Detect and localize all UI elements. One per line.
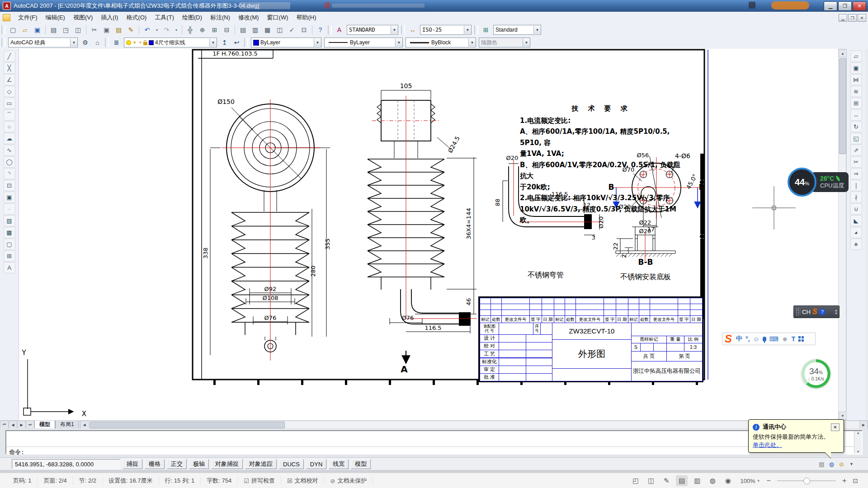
zoom-slider-knob[interactable] [803, 478, 810, 484]
fit-page-icon[interactable]: ⊡ [853, 477, 858, 484]
doc-minimize-button[interactable]: ▁ [839, 14, 847, 22]
sogou-input-toolbar[interactable]: S 中 °, ☺ ⌨ ☻ T [722, 333, 816, 345]
chevron-down-icon[interactable]: ▼ [70, 38, 77, 47]
designcenter-icon[interactable]: ▥ [250, 24, 261, 35]
toggle-对象追踪[interactable]: 对象追踪 [245, 459, 277, 469]
wps-status-item[interactable]: ☑拼写检查 [238, 477, 281, 485]
redo-icon[interactable]: ↷ [161, 24, 172, 35]
layer-combo[interactable]: ☀ ☀ 4尺寸细实线 ▼ [124, 38, 217, 47]
help-icon[interactable]: ? [315, 24, 326, 35]
save-icon[interactable]: ▣ [32, 24, 43, 35]
wps-status-item[interactable]: 设置值: 16.7厘米 [103, 477, 159, 485]
menu-o[interactable]: 格式(O) [123, 12, 151, 23]
arc-icon[interactable]: ⌒ [4, 109, 15, 121]
chamfer-icon[interactable]: ◣ [850, 215, 862, 226]
my-workspace-icon[interactable]: ⌂ [92, 37, 103, 48]
prev-tab-icon[interactable]: ◀ [9, 421, 17, 429]
color-combo[interactable]: ByLayer ▼ [251, 38, 321, 47]
minimize-button[interactable]: ▁ [824, 1, 837, 11]
punctuation-icon[interactable]: °, [745, 335, 750, 343]
layer-thaw-icon[interactable]: ☀ [132, 40, 137, 46]
publish-icon[interactable]: ◫ [72, 24, 84, 35]
langbar-minimize[interactable]: ▲▼ [835, 309, 838, 315]
title-bar[interactable]: A AutoCAD 2007 - [E:\2020年度文件\单相电子式组合\ZW… [0, 0, 868, 12]
redo-dropdown-icon[interactable]: ▾ [173, 24, 179, 35]
hatch-icon[interactable]: ▨ [4, 215, 15, 226]
eye-protect-icon[interactable]: ◉ [722, 475, 734, 486]
chevron-down-icon[interactable]: ▼ [468, 38, 476, 47]
toolbar-grip[interactable] [401, 25, 405, 34]
next-tab-icon[interactable]: ▶ [17, 421, 26, 429]
zoom-in-button[interactable]: + [842, 477, 846, 485]
wps-status-item[interactable]: 页面: 2/4 [38, 477, 73, 485]
wps-status-item[interactable]: ☒文档校对 [281, 477, 325, 485]
coordinates-readout[interactable]: 5416.3951, -683.3288, 0.0000 [12, 459, 120, 469]
command-scrollbar[interactable]: ▲▼ [854, 431, 862, 454]
tool-palettes-icon[interactable]: ▦ [262, 24, 273, 35]
horizontal-scroll-thumb[interactable] [90, 422, 285, 428]
toolbar-grip[interactable] [105, 38, 109, 47]
spline-icon[interactable]: ∿ [4, 145, 15, 156]
chevron-down-icon[interactable]: ▼ [391, 26, 398, 34]
tab-layout1[interactable]: 布局1 [55, 421, 79, 429]
scale-icon[interactable]: ◱ [850, 133, 862, 144]
toolbox-icon[interactable] [798, 336, 804, 342]
emoji-icon[interactable]: ☺ [753, 335, 760, 343]
scroll-up-icon[interactable]: ▲ [839, 49, 847, 57]
linetype-combo[interactable]: ByLayer ▼ [324, 38, 403, 47]
new-file-icon[interactable]: ▢ [7, 24, 19, 35]
chevron-down-icon[interactable]: ▼ [464, 26, 471, 34]
table-style-combo[interactable]: Standard ▼ [493, 25, 541, 35]
balloon-link[interactable]: 单击此处。 [753, 441, 782, 448]
make-object-layer-current-icon[interactable]: ↥ [219, 37, 230, 48]
gradient-icon[interactable]: ▩ [4, 227, 15, 238]
plot-preview-icon[interactable]: ◳ [60, 24, 71, 35]
accelerate-button-ghost[interactable] [771, 1, 809, 9]
rectangle-icon[interactable]: ▭ [4, 98, 15, 109]
fillet-icon[interactable]: ◕ [850, 227, 862, 238]
rotate-icon[interactable]: ↻ [850, 121, 862, 132]
polygon-icon[interactable]: ◇ [4, 86, 15, 97]
maximize-button[interactable]: ❐ [838, 1, 852, 11]
ellipse-icon[interactable]: ◯ [4, 156, 15, 168]
toolbar-grip[interactable] [1, 25, 5, 34]
command-box[interactable]: 命令: ▲▼ [5, 430, 863, 455]
table-icon[interactable]: ⊞ [4, 250, 15, 262]
properties-icon[interactable]: ▤ [237, 24, 249, 35]
markup-icon[interactable]: ✓ [286, 24, 297, 35]
doc-close-button[interactable]: ✕ [858, 14, 866, 22]
menu-e[interactable]: 编辑(E) [42, 12, 69, 23]
toggle-对象捕捉[interactable]: 对象捕捉 [211, 459, 243, 469]
two-page-icon[interactable]: ◫ [645, 475, 657, 486]
chinese-mode-icon[interactable]: 中 [736, 335, 742, 343]
wps-status-item[interactable]: ⊘文档未保护 [325, 477, 373, 485]
chevron-down-icon[interactable]: ▼ [314, 38, 321, 47]
menu-d[interactable]: 绘图(D) [178, 12, 206, 23]
pan-icon[interactable]: ╬ [184, 24, 196, 35]
copy-icon[interactable]: ▣ [850, 62, 862, 74]
undo-dropdown-icon[interactable]: ▾ [154, 24, 160, 35]
stretch-icon[interactable]: ⇗ [850, 145, 862, 156]
wps-status-item[interactable]: 行: 15 列: 1 [159, 477, 201, 485]
toolbar-grip[interactable] [1, 38, 5, 47]
cut-icon[interactable]: ✂ [89, 24, 100, 35]
text-style-combo[interactable]: STANDARD ▼ [347, 25, 398, 35]
polyline-icon[interactable]: ∠ [4, 74, 15, 85]
toolbar-grip[interactable] [244, 38, 248, 47]
revision-cloud-icon[interactable]: ☁ [4, 133, 15, 144]
trim-icon[interactable]: ✂ [850, 156, 862, 168]
menu-m[interactable]: 修改(M) [234, 12, 263, 23]
skin-icon[interactable]: T [792, 335, 796, 343]
plot-notify-icon[interactable]: ▤ [818, 460, 826, 468]
outline-view-icon[interactable]: ▥ [691, 475, 703, 486]
explode-icon[interactable]: ∗ [850, 239, 862, 250]
toolbar-lock-icon[interactable]: ⊘ [838, 460, 845, 468]
undo-icon[interactable]: ↶ [142, 24, 153, 35]
account-icon[interactable]: ☻ [782, 335, 788, 343]
zoom-out-button[interactable]: − [767, 477, 771, 485]
download-progress-widget[interactable]: 34% ↓ 0.1K/s [802, 359, 830, 388]
mirror-icon[interactable]: ⋈ [850, 74, 862, 85]
menu-w[interactable]: 窗口(W) [263, 12, 292, 23]
menu-t[interactable]: 工具(T) [151, 12, 178, 23]
move-icon[interactable]: ↔ [850, 109, 862, 121]
